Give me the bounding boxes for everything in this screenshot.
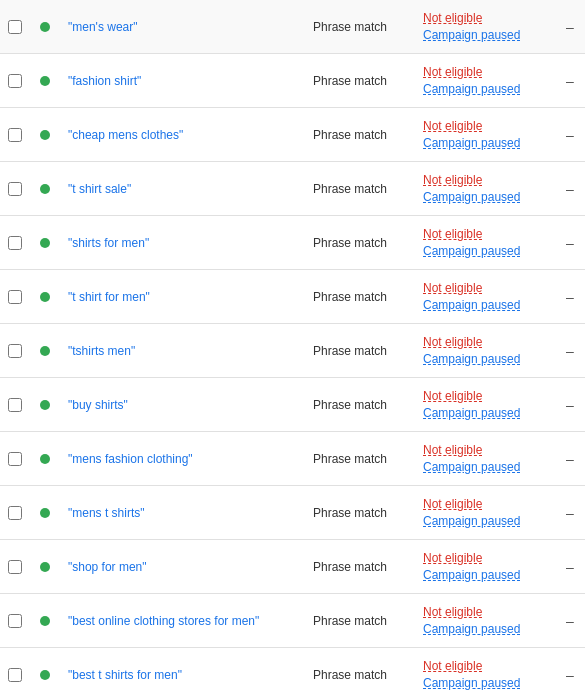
not-eligible-link[interactable]: Not eligible xyxy=(423,334,547,351)
checkbox-col xyxy=(0,506,30,520)
match-type-cell: Phrase match xyxy=(305,506,415,520)
dash-col: – xyxy=(555,289,585,305)
checkbox-col xyxy=(0,236,30,250)
keyword-cell[interactable]: "best online clothing stores for men" xyxy=(60,614,305,628)
campaign-paused-link[interactable]: Campaign paused xyxy=(423,567,547,584)
not-eligible-link[interactable]: Not eligible xyxy=(423,64,547,81)
campaign-paused-link[interactable]: Campaign paused xyxy=(423,135,547,152)
not-eligible-link[interactable]: Not eligible xyxy=(423,280,547,297)
table-row: "mens t shirts" Phrase match Not eligibl… xyxy=(0,486,585,540)
campaign-paused-link[interactable]: Campaign paused xyxy=(423,459,547,476)
checkbox-col xyxy=(0,452,30,466)
checkbox-col xyxy=(0,344,30,358)
eligibility-cell: Not eligible Campaign paused xyxy=(415,226,555,260)
status-col xyxy=(30,562,60,572)
campaign-paused-link[interactable]: Campaign paused xyxy=(423,27,547,44)
row-checkbox[interactable] xyxy=(8,452,22,466)
checkbox-col xyxy=(0,20,30,34)
not-eligible-link[interactable]: Not eligible xyxy=(423,388,547,405)
status-col xyxy=(30,22,60,32)
keyword-cell[interactable]: "t shirt sale" xyxy=(60,182,305,196)
keyword-cell[interactable]: "men's wear" xyxy=(60,20,305,34)
not-eligible-link[interactable]: Not eligible xyxy=(423,226,547,243)
status-col xyxy=(30,616,60,626)
row-checkbox[interactable] xyxy=(8,344,22,358)
row-checkbox[interactable] xyxy=(8,128,22,142)
not-eligible-link[interactable]: Not eligible xyxy=(423,442,547,459)
match-type-cell: Phrase match xyxy=(305,74,415,88)
match-type-cell: Phrase match xyxy=(305,614,415,628)
match-type-cell: Phrase match xyxy=(305,236,415,250)
campaign-paused-link[interactable]: Campaign paused xyxy=(423,189,547,206)
campaign-paused-link[interactable]: Campaign paused xyxy=(423,81,547,98)
campaign-paused-link[interactable]: Campaign paused xyxy=(423,513,547,530)
keyword-cell[interactable]: "tshirts men" xyxy=(60,344,305,358)
dash-col: – xyxy=(555,451,585,467)
row-checkbox[interactable] xyxy=(8,74,22,88)
dash-col: – xyxy=(555,559,585,575)
eligibility-cell: Not eligible Campaign paused xyxy=(415,334,555,368)
match-type-cell: Phrase match xyxy=(305,560,415,574)
match-type-cell: Phrase match xyxy=(305,452,415,466)
dash-col: – xyxy=(555,235,585,251)
status-dot xyxy=(40,670,50,680)
row-checkbox[interactable] xyxy=(8,614,22,628)
row-checkbox[interactable] xyxy=(8,506,22,520)
status-dot xyxy=(40,292,50,302)
keyword-cell[interactable]: "mens fashion clothing" xyxy=(60,452,305,466)
not-eligible-link[interactable]: Not eligible xyxy=(423,172,547,189)
eligibility-cell: Not eligible Campaign paused xyxy=(415,604,555,638)
row-checkbox[interactable] xyxy=(8,668,22,682)
keyword-cell[interactable]: "cheap mens clothes" xyxy=(60,128,305,142)
match-type-cell: Phrase match xyxy=(305,290,415,304)
table-row: "shop for men" Phrase match Not eligible… xyxy=(0,540,585,594)
dash-col: – xyxy=(555,343,585,359)
keyword-cell[interactable]: "shop for men" xyxy=(60,560,305,574)
match-type-cell: Phrase match xyxy=(305,128,415,142)
table-row: "shirts for men" Phrase match Not eligib… xyxy=(0,216,585,270)
campaign-paused-link[interactable]: Campaign paused xyxy=(423,405,547,422)
not-eligible-link[interactable]: Not eligible xyxy=(423,604,547,621)
dash-col: – xyxy=(555,73,585,89)
keyword-cell[interactable]: "fashion shirt" xyxy=(60,74,305,88)
keyword-cell[interactable]: "t shirt for men" xyxy=(60,290,305,304)
dash-col: – xyxy=(555,397,585,413)
keywords-table: "men's wear" Phrase match Not eligible C… xyxy=(0,0,585,692)
row-checkbox[interactable] xyxy=(8,290,22,304)
campaign-paused-link[interactable]: Campaign paused xyxy=(423,243,547,260)
checkbox-col xyxy=(0,290,30,304)
not-eligible-link[interactable]: Not eligible xyxy=(423,10,547,27)
eligibility-cell: Not eligible Campaign paused xyxy=(415,388,555,422)
keyword-cell[interactable]: "mens t shirts" xyxy=(60,506,305,520)
status-col xyxy=(30,130,60,140)
not-eligible-link[interactable]: Not eligible xyxy=(423,550,547,567)
checkbox-col xyxy=(0,398,30,412)
row-checkbox[interactable] xyxy=(8,398,22,412)
row-checkbox[interactable] xyxy=(8,20,22,34)
keyword-cell[interactable]: "best t shirts for men" xyxy=(60,668,305,682)
eligibility-cell: Not eligible Campaign paused xyxy=(415,172,555,206)
campaign-paused-link[interactable]: Campaign paused xyxy=(423,621,547,638)
checkbox-col xyxy=(0,74,30,88)
dash-col: – xyxy=(555,19,585,35)
dash-col: – xyxy=(555,505,585,521)
dash-col: – xyxy=(555,667,585,683)
keyword-cell[interactable]: "shirts for men" xyxy=(60,236,305,250)
row-checkbox[interactable] xyxy=(8,236,22,250)
status-dot xyxy=(40,76,50,86)
campaign-paused-link[interactable]: Campaign paused xyxy=(423,297,547,314)
checkbox-col xyxy=(0,128,30,142)
match-type-cell: Phrase match xyxy=(305,20,415,34)
not-eligible-link[interactable]: Not eligible xyxy=(423,658,547,675)
not-eligible-link[interactable]: Not eligible xyxy=(423,496,547,513)
eligibility-cell: Not eligible Campaign paused xyxy=(415,550,555,584)
keyword-cell[interactable]: "buy shirts" xyxy=(60,398,305,412)
status-dot xyxy=(40,238,50,248)
campaign-paused-link[interactable]: Campaign paused xyxy=(423,351,547,368)
status-col xyxy=(30,508,60,518)
status-dot xyxy=(40,346,50,356)
not-eligible-link[interactable]: Not eligible xyxy=(423,118,547,135)
row-checkbox[interactable] xyxy=(8,560,22,574)
campaign-paused-link[interactable]: Campaign paused xyxy=(423,675,547,692)
row-checkbox[interactable] xyxy=(8,182,22,196)
